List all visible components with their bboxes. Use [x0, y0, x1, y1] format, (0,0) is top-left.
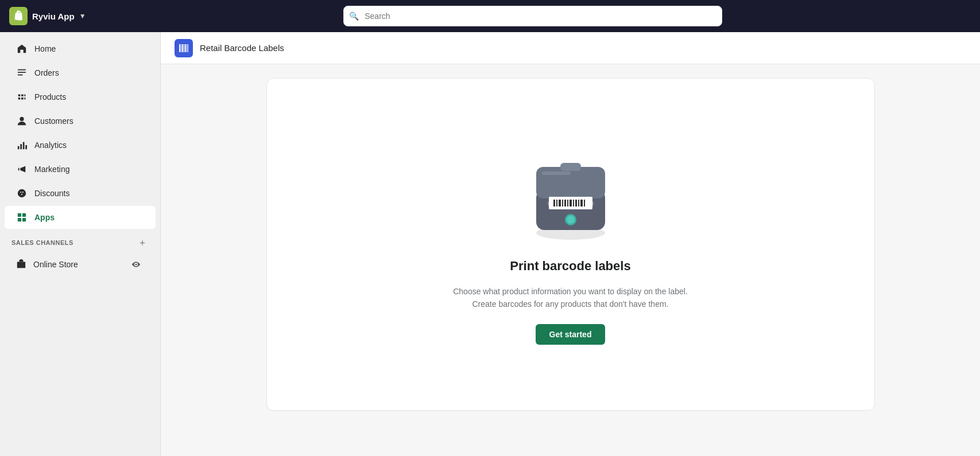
svg-rect-14 — [179, 44, 180, 52]
shopify-logo-icon — [9, 7, 28, 25]
app-header-icon — [175, 39, 193, 57]
sidebar-item-apps[interactable]: Apps — [5, 206, 156, 229]
svg-rect-15 — [181, 44, 181, 52]
sidebar-orders-label: Orders — [34, 68, 59, 77]
card-inner: Print barcode labels Choose what product… — [433, 116, 708, 373]
sales-channels-section: SALES CHANNELS ＋ — [0, 229, 160, 251]
svg-rect-11 — [18, 218, 21, 221]
svg-rect-13 — [17, 262, 25, 268]
search-bar: 🔍 — [343, 6, 722, 26]
sidebar-item-home[interactable]: Home — [5, 37, 156, 60]
svg-rect-31 — [567, 200, 568, 206]
card-container: Print barcode labels Choose what product… — [161, 64, 980, 456]
svg-rect-35 — [578, 200, 579, 206]
svg-rect-7 — [23, 142, 25, 150]
sidebar-customers-label: Customers — [34, 116, 73, 126]
sidebar-item-online-store[interactable]: Online Store — [5, 252, 156, 277]
main-content: Retail Barcode Labels — [161, 32, 980, 456]
customers-icon — [16, 115, 28, 127]
orders-icon — [16, 67, 28, 79]
sidebar-item-analytics[interactable]: Analytics — [5, 134, 156, 157]
card-title: Print barcode labels — [510, 259, 630, 274]
apps-icon — [16, 212, 28, 223]
svg-rect-33 — [573, 200, 574, 206]
topbar: Ryviu App ▼ 🔍 — [0, 0, 980, 32]
svg-rect-19 — [187, 44, 187, 52]
svg-rect-28 — [559, 200, 561, 206]
svg-rect-34 — [575, 200, 577, 206]
barcode-icon — [178, 42, 189, 54]
app-header: Retail Barcode Labels — [161, 32, 980, 64]
home-icon — [16, 43, 28, 54]
sidebar-item-customers[interactable]: Customers — [5, 110, 156, 132]
online-store-label: Online Store — [33, 260, 78, 269]
svg-rect-17 — [184, 44, 184, 52]
svg-rect-2 — [18, 72, 26, 73]
online-store-left: Online Store — [16, 259, 78, 270]
barcode-printer-illustration — [519, 144, 622, 247]
brand-chevron-icon: ▼ — [79, 12, 86, 20]
marketing-icon — [16, 163, 28, 175]
sidebar-item-orders[interactable]: Orders — [5, 61, 156, 84]
sales-channels-label: SALES CHANNELS — [11, 239, 73, 246]
svg-rect-41 — [542, 172, 571, 175]
center-card: Print barcode labels Choose what product… — [266, 78, 875, 411]
svg-rect-10 — [22, 213, 26, 217]
svg-rect-32 — [570, 200, 572, 206]
svg-rect-12 — [22, 218, 26, 221]
svg-point-4 — [20, 117, 24, 121]
svg-rect-40 — [560, 163, 581, 171]
card-description: Choose what product information you want… — [447, 285, 695, 311]
brand-button[interactable]: Ryviu App ▼ — [9, 7, 86, 25]
svg-point-39 — [567, 216, 575, 224]
svg-rect-29 — [562, 200, 563, 206]
sidebar-home-label: Home — [34, 44, 56, 53]
svg-rect-26 — [553, 200, 555, 206]
sidebar-products-label: Products — [34, 92, 66, 102]
online-store-eye-button[interactable] — [128, 256, 144, 272]
svg-rect-5 — [18, 146, 20, 149]
search-input[interactable] — [343, 6, 722, 26]
sidebar-apps-label: Apps — [34, 213, 55, 222]
eye-icon — [131, 260, 141, 269]
brand-name-label: Ryviu App — [32, 11, 75, 21]
analytics-icon — [16, 139, 28, 151]
svg-rect-36 — [580, 200, 583, 206]
sidebar: Home Orders Products Customers Analytics — [0, 32, 161, 456]
get-started-button[interactable]: Get started — [536, 324, 606, 345]
svg-rect-20 — [188, 44, 188, 52]
sidebar-analytics-label: Analytics — [34, 141, 67, 150]
discounts-icon — [16, 188, 28, 199]
online-store-icon — [16, 259, 26, 270]
svg-rect-37 — [584, 200, 585, 206]
sidebar-item-discounts[interactable]: Discounts — [5, 182, 156, 205]
svg-rect-3 — [18, 75, 23, 76]
svg-rect-1 — [18, 69, 26, 71]
app-header-title: Retail Barcode Labels — [200, 43, 284, 53]
svg-rect-16 — [182, 44, 183, 52]
sidebar-item-marketing[interactable]: Marketing — [5, 158, 156, 181]
search-icon: 🔍 — [349, 11, 359, 21]
svg-rect-6 — [20, 144, 22, 149]
add-sales-channel-button[interactable]: ＋ — [136, 236, 149, 249]
sidebar-discounts-label: Discounts — [34, 189, 69, 198]
body-layout: Home Orders Products Customers Analytics — [0, 32, 980, 456]
svg-rect-27 — [556, 200, 557, 206]
svg-rect-18 — [185, 44, 186, 52]
svg-rect-9 — [18, 213, 21, 217]
svg-rect-8 — [25, 145, 27, 149]
products-icon — [16, 91, 28, 103]
svg-rect-30 — [564, 200, 566, 206]
sidebar-marketing-label: Marketing — [34, 165, 69, 174]
sidebar-item-products[interactable]: Products — [5, 85, 156, 108]
